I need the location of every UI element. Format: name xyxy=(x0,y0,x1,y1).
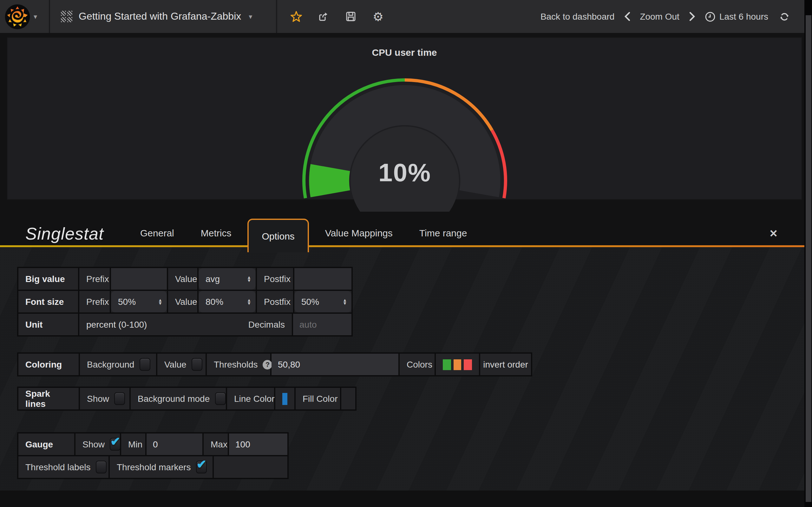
fill-color-label: Fill Color xyxy=(303,394,338,404)
zoom-out-button[interactable]: Zoom Out xyxy=(640,11,679,21)
background-mode-label: Background mode xyxy=(138,394,210,404)
coloring-value-checkbox[interactable]: ✔ xyxy=(192,358,202,371)
max-label: Max xyxy=(211,439,227,449)
sparklines-group: Spark lines Show ✔ Background mode ✔ Lin… xyxy=(17,387,357,411)
tab-metrics[interactable]: Metrics xyxy=(188,219,245,247)
gauge-label: Gauge xyxy=(26,439,53,449)
tab-value-mappings[interactable]: Value Mappings xyxy=(312,219,406,247)
coloring-background-checkbox[interactable]: ✔ xyxy=(139,358,150,371)
gauge-min-input[interactable] xyxy=(147,434,202,455)
threshold-labels-checkbox[interactable]: ✔ xyxy=(96,461,106,473)
postfix-label: Postfix xyxy=(264,274,291,284)
threshold-toggles-row: Threshold labels ✔ Threshold markers ✔ xyxy=(18,456,287,478)
threshold-color-orange-swatch[interactable] xyxy=(453,359,461,370)
back-to-dashboard-button[interactable]: Back to dashboard xyxy=(541,11,615,21)
options-pane: Big value Prefix Value avg ▲▼ Postfix Fo… xyxy=(0,247,804,491)
select-spinner-icon: ▲▼ xyxy=(343,298,347,305)
unit-select-link[interactable]: percent (0-100) xyxy=(86,320,147,330)
font-size-row: Font size Prefix 50% ▲▼ Value 80% ▲▼ Pos… xyxy=(18,291,351,313)
editor-heading: Singlestat xyxy=(26,224,104,244)
colors-label: Colors xyxy=(407,359,432,370)
value-options-group: Big value Prefix Value avg ▲▼ Postfix Fo… xyxy=(17,267,353,337)
spark-lines-label: Spark lines xyxy=(26,389,72,409)
show-label: Show xyxy=(83,439,105,449)
threshold-color-green-swatch[interactable] xyxy=(443,359,451,370)
prefix-label: Prefix xyxy=(86,297,109,307)
threshold-markers-checkbox[interactable]: ✔ xyxy=(196,461,206,473)
background-label: Background xyxy=(87,359,134,370)
tab-time-range[interactable]: Time range xyxy=(406,219,480,247)
dashboard-actions: ⚙ xyxy=(277,0,385,33)
thresholds-help-icon[interactable]: ? xyxy=(263,360,272,369)
postfix-font-size-select[interactable]: 50% ▲▼ xyxy=(294,291,351,313)
panel-title[interactable]: CPU user time xyxy=(8,47,801,58)
top-navbar: ▾ Getting Started with Grafana-Zabbix ▾ xyxy=(0,0,804,33)
value-label: Value xyxy=(175,274,197,284)
singlestat-panel: CPU user time 10% xyxy=(7,38,802,200)
value-font-size-select[interactable]: 80% ▲▼ xyxy=(199,291,256,313)
select-spinner-icon: ▲▼ xyxy=(247,298,251,305)
gauge-row: Gauge Show ✔ Min Max xyxy=(18,434,287,455)
coloring-group: Coloring Background ✔ Value ✔ Thresholds… xyxy=(17,352,532,377)
gauge-options-group: Gauge Show ✔ Min Max Threshold labels ✔ … xyxy=(17,432,289,479)
gauge-value-text: 10% xyxy=(294,158,516,187)
time-range-picker[interactable]: Last 6 hours xyxy=(705,11,768,22)
invert-order-link[interactable]: invert order xyxy=(483,359,528,370)
page-bottom-strip xyxy=(0,491,804,507)
thresholds-input[interactable] xyxy=(271,354,398,375)
panel-editor-tabbar: Singlestat General Metrics Options Value… xyxy=(0,219,804,247)
clock-icon xyxy=(705,11,716,22)
decimals-label: Decimals xyxy=(248,320,285,330)
threshold-labels-label: Threshold labels xyxy=(26,462,90,472)
share-icon[interactable] xyxy=(317,10,330,23)
tab-general[interactable]: General xyxy=(127,219,188,247)
unit-row: Unit percent (0-100) Decimals xyxy=(18,314,351,335)
big-value-postfix-input[interactable] xyxy=(294,268,351,290)
grafana-app: ▾ Getting Started with Grafana-Zabbix ▾ xyxy=(0,0,812,507)
min-label: Min xyxy=(128,439,142,449)
background-mode-checkbox[interactable]: ✔ xyxy=(215,392,225,405)
time-range-label: Last 6 hours xyxy=(719,11,768,21)
page-scrollbar xyxy=(804,0,812,507)
logo-caret-down-icon: ▾ xyxy=(34,12,37,20)
line-color-label: Line Color xyxy=(234,394,275,404)
empty-cell xyxy=(214,456,287,478)
threshold-color-red-swatch[interactable] xyxy=(464,359,472,370)
dashboard-title-dropdown[interactable]: Getting Started with Grafana-Zabbix ▾ xyxy=(50,0,277,33)
thresholds-label: Thresholds xyxy=(214,359,258,370)
save-icon[interactable] xyxy=(345,10,357,23)
unit-label: Unit xyxy=(26,320,43,330)
editor-tabs: General Metrics Options Value Mappings T… xyxy=(127,219,480,247)
big-value-prefix-input[interactable] xyxy=(111,268,167,290)
close-editor-icon[interactable]: ✕ xyxy=(769,229,778,239)
select-spinner-icon: ▲▼ xyxy=(158,298,162,305)
dashboard-title: Getting Started with Grafana-Zabbix xyxy=(79,11,241,22)
time-shift-right-icon[interactable] xyxy=(689,11,695,21)
value-label: Value xyxy=(175,297,197,307)
threshold-markers-label: Threshold markers xyxy=(117,462,191,472)
gauge-show-checkbox[interactable]: ✔ xyxy=(110,438,120,451)
navbar-right-controls: Back to dashboard Zoom Out Last 6 hours xyxy=(541,0,804,33)
gauge-max-input[interactable] xyxy=(229,434,287,455)
line-color-swatch[interactable] xyxy=(282,393,287,405)
star-icon[interactable] xyxy=(290,10,303,23)
dashboard-grid-icon xyxy=(61,11,72,22)
postfix-label: Postfix xyxy=(264,297,291,307)
settings-gear-icon[interactable]: ⚙ xyxy=(372,10,385,23)
coloring-row: Coloring Background ✔ Value ✔ Thresholds… xyxy=(18,354,531,375)
big-value-row: Big value Prefix Value avg ▲▼ Postfix xyxy=(18,268,351,290)
scrollbar-thumb[interactable] xyxy=(805,15,811,502)
title-caret-down-icon: ▾ xyxy=(249,12,252,20)
prefix-label: Prefix xyxy=(86,274,109,284)
coloring-label: Coloring xyxy=(26,359,62,370)
show-label: Show xyxy=(87,394,109,404)
sparklines-row: Spark lines Show ✔ Background mode ✔ Lin… xyxy=(18,388,355,409)
prefix-font-size-select[interactable]: 50% ▲▼ xyxy=(111,291,167,313)
value-function-select[interactable]: avg ▲▼ xyxy=(199,268,256,290)
refresh-icon[interactable] xyxy=(778,10,791,23)
sparkline-show-checkbox[interactable]: ✔ xyxy=(114,392,125,405)
decimals-input[interactable] xyxy=(293,314,351,335)
tab-options[interactable]: Options xyxy=(247,219,309,252)
time-shift-left-icon[interactable] xyxy=(624,11,630,21)
grafana-logo-menu[interactable]: ▾ xyxy=(0,0,50,33)
